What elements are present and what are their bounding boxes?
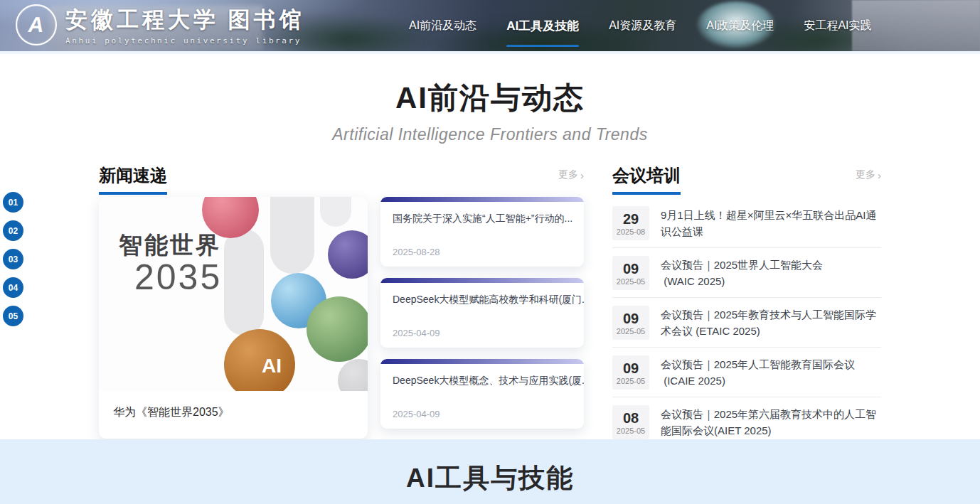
conference-item[interactable]: 09 2025-05 会议预告｜2025世界人工智能大会 (WAIC 2025): [612, 248, 881, 298]
conference-title: 会议预告｜2025年第六届教育技术中的人工智能国际会议(AIET 2025): [661, 405, 881, 439]
chevron-right-icon: ›: [580, 170, 584, 181]
page-title: AI前沿与动态: [0, 78, 980, 118]
news-list: 国务院关于深入实施“人工智能+”行动的... 2025-08-28 DeepSe…: [380, 197, 584, 439]
conference-date-block: 09 2025-05: [612, 256, 649, 290]
news-more-link[interactable]: 更多 ›: [558, 168, 584, 181]
pager-dot-4[interactable]: 04: [3, 277, 23, 298]
next-section-title: AI工具与技能: [0, 439, 980, 496]
conference-day: 09: [623, 360, 639, 376]
logo-text: 安徽工程大学 图书馆 Anhui polytechnic university …: [65, 5, 305, 45]
news-more-label: 更多: [558, 168, 578, 181]
gray-sphere-icon: [338, 359, 368, 391]
news-card-accent-bar: [380, 359, 584, 364]
hero: AI前沿与动态 Artificial Intelligence Frontier…: [0, 78, 980, 144]
conference-day: 29: [623, 211, 639, 227]
news-card-date: 2025-04-09: [380, 328, 584, 348]
conference-title: 会议预告｜2025年教育技术与人工智能国际学术会议 (ETAIC 2025): [661, 306, 881, 340]
nav-item-ai-tools[interactable]: AI工具及技能: [506, 0, 579, 51]
main-content: AI前沿与动态 Artificial Intelligence Frontier…: [0, 78, 980, 446]
site-header: A 安徽工程大学 图书馆 Anhui polytechnic universit…: [0, 0, 980, 51]
eco-sphere-icon: [307, 296, 368, 362]
news-card-title: 国务院关于深入实施“人工智能+”行动的...: [380, 202, 584, 225]
conference-list: 29 2025-08 9月1日上线！超星×阿里云×华五联合出品AI通识公益课 0…: [612, 198, 881, 446]
conference-day: 08: [623, 410, 639, 426]
slide-pager: 01 02 03 04 05: [3, 192, 23, 326]
conference-day: 09: [623, 311, 639, 326]
conference-more-link[interactable]: 更多 ›: [856, 168, 881, 181]
conference-date-block: 09 2025-05: [612, 355, 649, 390]
news-body: AI 智能世界 2035 华为《智能世界2035》 国务院关于深入实施“人工智能…: [99, 197, 584, 439]
news-section-title: 新闻速递: [99, 164, 167, 195]
seal-letter: A: [26, 13, 46, 37]
news-card-title: DeepSeek大模型概念、技术与应用实践(厦...: [380, 364, 584, 387]
image-gray-pill: [224, 229, 264, 336]
news-card[interactable]: 国务院关于深入实施“人工智能+”行动的... 2025-08-28: [380, 197, 584, 267]
conference-month: 2025-05: [617, 427, 645, 435]
conference-month: 2025-08: [617, 227, 645, 236]
page: A 安徽工程大学 图书馆 Anhui polytechnic universit…: [0, 0, 980, 504]
conference-title: 会议预告｜2025年人工智能教育国际会议 (ICAIE 2025): [661, 355, 855, 390]
university-seal-icon: A: [16, 4, 57, 45]
pager-dot-1[interactable]: 01: [3, 192, 23, 213]
next-section: AI工具与技能: [0, 439, 980, 504]
conference-month: 2025-05: [617, 277, 645, 286]
page-subtitle: Artificial Intelligence Frontiers and Tr…: [0, 125, 980, 144]
main-nav: AI前沿及动态 AI工具及技能 AI资源及教育 AI政策及伦理 安工程AI实践: [409, 0, 872, 51]
header-divider: [0, 51, 980, 54]
conference-section-header: 会议培训 更多 ›: [612, 164, 881, 191]
nav-item-ai-policy[interactable]: AI政策及伦理: [706, 0, 774, 51]
conference-title: 9月1日上线！超星×阿里云×华五联合出品AI通识公益课: [661, 206, 881, 240]
featured-news-image: AI 智能世界 2035: [99, 197, 368, 391]
news-card-date: 2025-04-09: [380, 409, 584, 429]
conference-item[interactable]: 29 2025-08 9月1日上线！超星×阿里云×华五联合出品AI通识公益课: [612, 198, 881, 248]
news-card[interactable]: DeepSeek大模型赋能高校教学和科研(厦门... 2025-04-09: [380, 278, 584, 348]
news-section-header: 新闻速递 更多 ›: [99, 164, 584, 191]
news-card-accent-bar: [380, 197, 584, 202]
network-sphere-icon: [328, 230, 368, 279]
conference-section-title: 会议培训: [612, 164, 681, 195]
feature-image-year: 2035: [134, 257, 222, 298]
logo-title-zh: 安徽工程大学 图书馆: [65, 5, 305, 35]
conference-more-label: 更多: [856, 168, 875, 181]
conference-month: 2025-05: [617, 327, 645, 336]
news-card-accent-bar: [380, 278, 584, 283]
conference-month: 2025-05: [617, 377, 645, 385]
news-card-date: 2025-08-28: [380, 247, 584, 267]
ai-sphere-icon: AI: [224, 329, 295, 391]
conference-section: 会议培训 更多 › 29 2025-08 9月1日上线！超星×阿里云×华五联合出…: [612, 164, 881, 446]
ai-badge: AI: [262, 355, 282, 377]
conference-date-block: 08 2025-05: [612, 405, 649, 439]
nav-item-ai-resources[interactable]: AI资源及教育: [609, 0, 676, 51]
library-logo[interactable]: A 安徽工程大学 图书馆 Anhui polytechnic universit…: [16, 4, 305, 45]
pager-dot-2[interactable]: 02: [3, 220, 23, 241]
content-columns: 新闻速递 更多 ›: [99, 164, 881, 446]
conference-date-block: 09 2025-05: [612, 306, 649, 340]
conference-item[interactable]: 09 2025-05 会议预告｜2025年教育技术与人工智能国际学术会议 (ET…: [612, 298, 881, 348]
news-card-title: DeepSeek大模型赋能高校教学和科研(厦门...: [380, 283, 584, 306]
pager-dot-3[interactable]: 03: [3, 249, 23, 269]
image-gray-pill: [320, 197, 351, 227]
featured-news-title: 华为《智能世界2035》: [99, 391, 368, 420]
news-section: 新闻速递 更多 ›: [99, 164, 584, 446]
conference-title: 会议预告｜2025世界人工智能大会 (WAIC 2025): [661, 256, 823, 290]
pager-dot-5[interactable]: 05: [3, 306, 23, 326]
image-gray-pill: [270, 197, 314, 274]
conference-day: 09: [623, 261, 639, 277]
logo-title-en: Anhui polytechnic university library: [65, 36, 305, 45]
nav-item-ai-practice[interactable]: 安工程AI实践: [804, 0, 871, 51]
chevron-right-icon: ›: [878, 170, 881, 181]
featured-news-card[interactable]: AI 智能世界 2035 华为《智能世界2035》: [99, 197, 368, 439]
news-card[interactable]: DeepSeek大模型概念、技术与应用实践(厦... 2025-04-09: [380, 359, 584, 429]
conference-date-block: 29 2025-08: [612, 206, 649, 240]
nav-item-ai-frontiers[interactable]: AI前沿及动态: [409, 0, 476, 51]
conference-item[interactable]: 09 2025-05 会议预告｜2025年人工智能教育国际会议 (ICAIE 2…: [612, 348, 881, 397]
